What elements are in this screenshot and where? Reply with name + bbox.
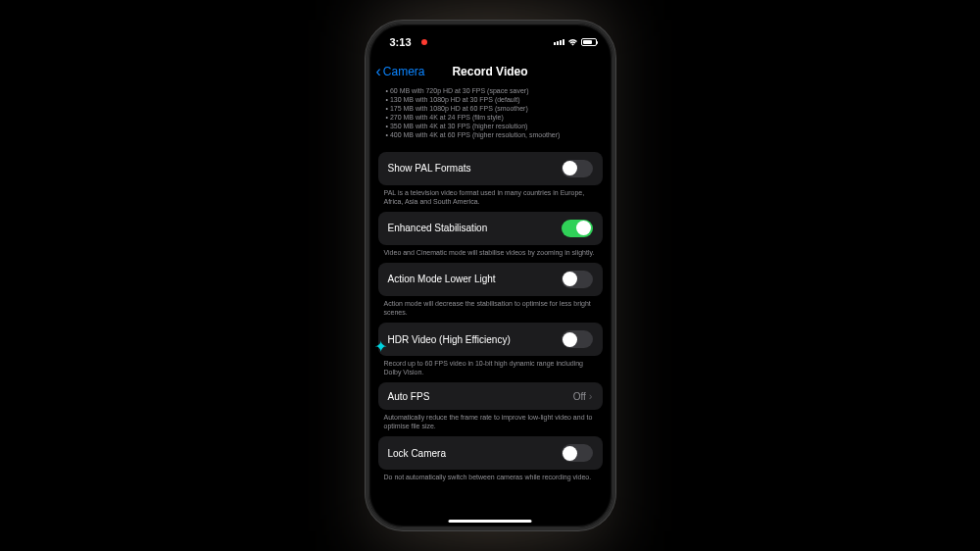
stabilisation-toggle[interactable] (562, 220, 593, 237)
phone-frame: 3:13 ‹ Camera Record Video • 60 (366, 21, 615, 530)
back-button[interactable]: ‹ Camera (376, 63, 425, 80)
auto-fps-value: Off › (573, 390, 593, 402)
cursor-highlight-icon: ✦ (374, 337, 387, 356)
chevron-right-icon: › (589, 390, 593, 402)
auto-fps-label: Auto FPS (388, 391, 430, 402)
pal-formats-label: Show PAL Formats (388, 163, 471, 174)
action-mode-label: Action Mode Lower Light (388, 274, 496, 284)
auto-fps-footer: Automatically reduce the frame rate to i… (378, 410, 603, 430)
action-mode-footer: Action mode will decrease the stabilisat… (378, 296, 603, 317)
home-indicator[interactable] (449, 520, 532, 523)
action-mode-row[interactable]: Action Mode Lower Light (378, 263, 603, 296)
stabilisation-row[interactable]: Enhanced Stabilisation (378, 212, 603, 245)
battery-icon (581, 38, 597, 46)
hdr-video-row[interactable]: HDR Video (High Efficiency) (378, 323, 603, 356)
chevron-left-icon: ‹ (376, 63, 381, 80)
action-mode-toggle[interactable] (562, 271, 593, 288)
settings-content[interactable]: • 60 MB with 720p HD at 30 FPS (space sa… (368, 86, 612, 512)
lock-camera-label: Lock Camera (388, 448, 446, 459)
pal-formats-toggle[interactable] (562, 160, 593, 177)
pal-footer: PAL is a television video format used in… (378, 185, 603, 206)
wifi-icon (567, 38, 578, 46)
lock-camera-row[interactable]: Lock Camera (378, 436, 603, 470)
lock-camera-footer: Do not automatically switch between came… (378, 470, 603, 481)
stabilisation-label: Enhanced Stabilisation (388, 223, 488, 233)
lock-camera-toggle[interactable] (562, 444, 593, 462)
hdr-video-toggle[interactable] (562, 330, 593, 348)
hdr-video-label: HDR Video (High Efficiency) (388, 334, 511, 345)
back-label: Camera (383, 65, 425, 78)
status-right (554, 38, 597, 46)
stabilisation-footer: Video and Cinematic mode will stabilise … (378, 245, 603, 257)
dynamic-island (454, 33, 527, 55)
file-size-list: • 60 MB with 720p HD at 30 FPS (space sa… (378, 86, 603, 146)
navigation-bar: ‹ Camera Record Video (368, 61, 612, 86)
auto-fps-row[interactable]: Auto FPS Off › (378, 382, 603, 410)
status-time: 3:13 (390, 36, 412, 48)
cellular-signal-icon (554, 39, 564, 45)
pal-formats-row[interactable]: Show PAL Formats (378, 152, 603, 185)
recording-indicator-icon (421, 39, 427, 45)
hdr-footer: Record up to 60 FPS video in 10-bit high… (378, 356, 603, 376)
